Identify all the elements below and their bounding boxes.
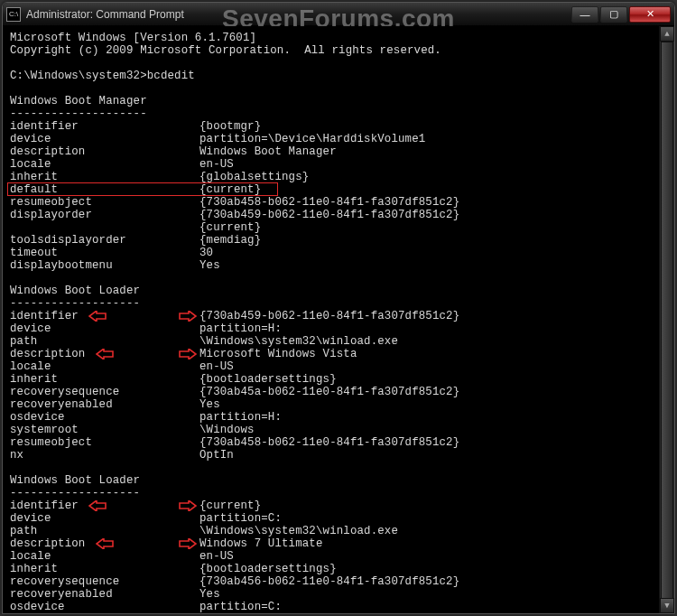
terminal-line: osdevicepartition=H: <box>10 411 667 424</box>
terminal-line: recoverysequence{730ab456-b062-11e0-84f1… <box>10 575 667 588</box>
scrollbar[interactable]: ▲ ▼ <box>659 26 674 613</box>
terminal-line: devicepartition=\Device\HarddiskVolume1 <box>10 133 667 145</box>
terminal-line: inherit{bootloadersettings} <box>10 373 667 386</box>
terminal-line: identifier{current} <box>10 499 667 512</box>
terminal-line: systemroot\Windows <box>10 424 667 436</box>
command-prompt-window: C:\ Administrator: Command Prompt — ▢ ✕ … <box>2 2 675 614</box>
close-button[interactable]: ✕ <box>629 6 671 23</box>
terminal-line: descriptionWindows Boot Manager <box>10 145 667 158</box>
scroll-down-button[interactable]: ▼ <box>660 598 674 613</box>
window-title: Administrator: Command Prompt <box>26 8 570 21</box>
terminal-line <box>10 82 667 95</box>
terminal-line: localeen-US <box>10 158 667 171</box>
terminal-line: recoverysequence{730ab45a-b062-11e0-84f1… <box>10 386 667 398</box>
scroll-thumb[interactable] <box>661 42 673 602</box>
terminal-line: {current} <box>10 221 667 234</box>
terminal-line: Windows Boot Loader <box>10 474 667 487</box>
terminal-line: nxOptIn <box>10 449 667 462</box>
terminal-line: Copyright (c) 2009 Microsoft Corporation… <box>10 44 667 57</box>
scroll-up-button[interactable]: ▲ <box>660 26 674 42</box>
terminal-line: osdevicepartition=C: <box>10 601 667 613</box>
terminal-line: devicepartition=H: <box>10 322 667 335</box>
terminal-line: inherit{globalsettings} <box>10 171 667 183</box>
terminal-line: localeen-US <box>10 360 667 373</box>
terminal-line: toolsdisplayorder{memdiag} <box>10 234 667 247</box>
terminal-line: inherit{bootloadersettings} <box>10 563 667 575</box>
terminal-line: default{current} <box>10 183 667 196</box>
terminal-line: Microsoft Windows [Version 6.1.7601] <box>10 32 667 44</box>
terminal-line: resumeobject{730ab458-b062-11e0-84f1-fa3… <box>10 436 667 449</box>
terminal-line: recoveryenabledYes <box>10 588 667 601</box>
terminal-line: ------------------- <box>10 487 667 499</box>
terminal-line: descriptionWindows 7 Ultimate <box>10 537 667 550</box>
terminal-line: path\Windows\system32\winload.exe <box>10 335 667 348</box>
terminal-line <box>10 462 667 474</box>
terminal-output[interactable]: Microsoft Windows [Version 6.1.7601]Copy… <box>3 26 674 613</box>
terminal-line: recoveryenabledYes <box>10 398 667 411</box>
terminal-line <box>10 57 667 70</box>
terminal-line: displaybootmenuYes <box>10 259 667 272</box>
titlebar[interactable]: C:\ Administrator: Command Prompt — ▢ ✕ <box>3 3 674 26</box>
terminal-line: identifier{bootmgr} <box>10 120 667 133</box>
terminal-line: identifier{730ab459-b062-11e0-84f1-fa307… <box>10 310 667 322</box>
terminal-line: Windows Boot Loader <box>10 285 667 297</box>
cmd-icon: C:\ <box>6 7 21 22</box>
terminal-line: localeen-US <box>10 550 667 563</box>
terminal-line: C:\Windows\system32>bcdedit <box>10 70 667 82</box>
terminal-line: timeout30 <box>10 247 667 259</box>
terminal-line: displayorder{730ab459-b062-11e0-84f1-fa3… <box>10 209 667 221</box>
maximize-button[interactable]: ▢ <box>600 6 627 23</box>
terminal-line <box>10 272 667 285</box>
terminal-line: -------------------- <box>10 107 667 120</box>
minimize-button[interactable]: — <box>571 6 598 23</box>
terminal-line: descriptionMicrosoft Windows Vista <box>10 348 667 360</box>
terminal-line: ------------------- <box>10 297 667 310</box>
terminal-line: path\Windows\system32\winload.exe <box>10 525 667 537</box>
terminal-line: devicepartition=C: <box>10 512 667 525</box>
terminal-line: Windows Boot Manager <box>10 95 667 107</box>
terminal-line: resumeobject{730ab458-b062-11e0-84f1-fa3… <box>10 196 667 209</box>
